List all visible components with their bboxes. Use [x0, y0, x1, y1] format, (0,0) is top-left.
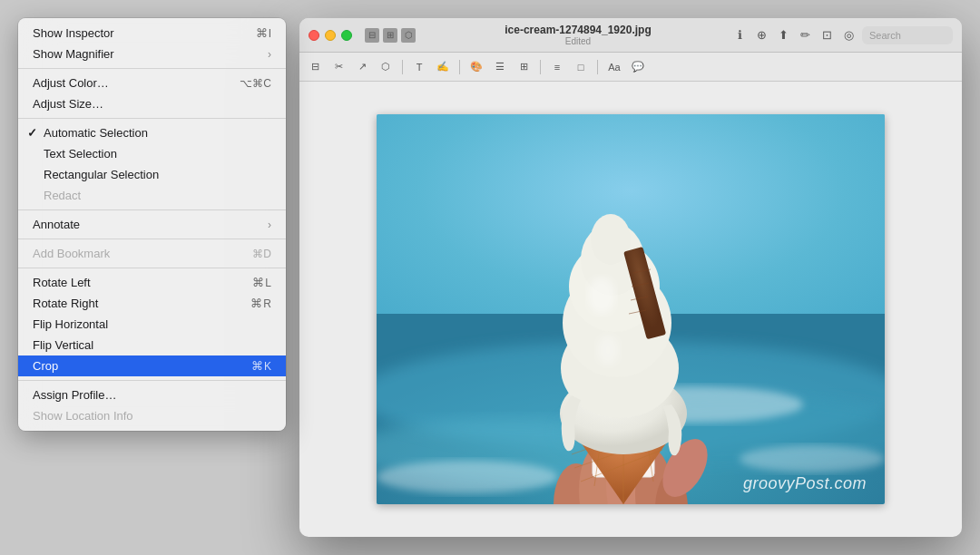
text-selection-label: Text Selection — [44, 147, 117, 161]
show-inspector-label: Show Inspector — [33, 26, 114, 40]
toolbar-border[interactable]: □ — [571, 57, 591, 77]
menu-item-flip-horizontal[interactable]: Flip Horizontal — [18, 314, 286, 335]
svg-point-7 — [377, 461, 558, 493]
menu-item-rotate-right[interactable]: Rotate Right ⌘R — [18, 293, 286, 314]
adjust-color-label: Adjust Color… — [33, 76, 109, 90]
toolbar-arrow[interactable]: ↗ — [352, 57, 372, 77]
show-magnifier-label: Show Magnifier — [33, 47, 114, 61]
toolbar-separator-4 — [597, 60, 598, 74]
menu-item-redact[interactable]: Redact — [18, 185, 286, 206]
flip-horizontal-label: Flip Horizontal — [33, 317, 108, 331]
menu-item-show-magnifier[interactable]: Show Magnifier › — [18, 44, 286, 64]
toolbar-separator-3 — [540, 60, 541, 74]
title-bar-actions: ℹ ⊕ ⬆ ✏ ⊡ ◎ Search — [731, 26, 953, 44]
info-icon[interactable]: ℹ — [731, 27, 748, 44]
search-bar[interactable]: Search — [862, 26, 953, 44]
toolbar-lasso[interactable]: ✂ — [328, 57, 348, 77]
crop-label: Crop — [33, 359, 58, 373]
svg-point-6 — [740, 445, 885, 472]
show-inspector-shortcut: ⌘I — [256, 26, 271, 40]
rotate-left-shortcut: ⌘L — [252, 276, 271, 289]
assign-profile-label: Assign Profile… — [33, 388, 116, 402]
menu-item-show-inspector[interactable]: Show Inspector ⌘I — [18, 23, 286, 44]
rotate-left-label: Rotate Left — [33, 276, 91, 289]
menu-separator-3 — [18, 209, 286, 210]
view-icon[interactable]: ⊞ — [383, 28, 397, 43]
resize-icon[interactable]: ⊡ — [818, 27, 835, 44]
edited-label: Edited — [565, 36, 591, 46]
close-button[interactable] — [309, 30, 319, 41]
show-location-info-label: Show Location Info — [33, 409, 133, 423]
dropdown-menu: Show Inspector ⌘I Show Magnifier › Adjus… — [18, 18, 286, 431]
flip-vertical-label: Flip Vertical — [33, 338, 93, 352]
toolbar: ⊟ ✂ ↗ ⬡ T ✍ 🎨 ☰ ⊞ ≡ □ Aa 💬 — [299, 53, 962, 82]
app-window: ⊟ ⊞ ⬡ ice-cream-1274894_1920.jpg Edited … — [299, 18, 962, 537]
title-info: ice-cream-1274894_1920.jpg Edited — [430, 24, 726, 46]
watermark: groovyPost.com — [743, 474, 867, 493]
image-container: groovyPost.com — [377, 114, 885, 504]
add-bookmark-label: Add Bookmark — [33, 247, 110, 260]
redact-label: Redact — [44, 189, 81, 202]
sidebar-toggle-icon[interactable]: ⊟ — [365, 28, 379, 43]
toolbar-color[interactable]: 🎨 — [466, 57, 486, 77]
toolbar-font[interactable]: Aa — [604, 57, 624, 77]
menu-item-crop[interactable]: Crop ⌘K — [18, 355, 286, 376]
automatic-selection-label: Automatic Selection — [44, 126, 148, 140]
toolbar-text[interactable]: T — [409, 57, 429, 77]
add-bookmark-shortcut: ⌘D — [252, 248, 271, 260]
title-bar: ⊟ ⊞ ⬡ ice-cream-1274894_1920.jpg Edited … — [299, 18, 962, 53]
title-bar-icons: ⊟ ⊞ ⬡ — [365, 28, 416, 43]
image-area: groovyPost.com — [299, 82, 962, 537]
search-placeholder: Search — [869, 30, 901, 41]
nav-icon[interactable]: ⬡ — [401, 28, 416, 43]
crop-shortcut: ⌘K — [251, 359, 271, 373]
toolbar-select[interactable]: ⊟ — [305, 57, 325, 77]
menu-separator-6 — [18, 380, 286, 381]
zoom-icon[interactable]: ⊕ — [753, 27, 769, 44]
maximize-button[interactable] — [341, 30, 352, 41]
toolbar-separator-2 — [459, 60, 460, 74]
annotate-label: Annotate — [33, 218, 80, 231]
adjust-color-shortcut: ⌥⌘C — [240, 77, 271, 90]
rotate-right-shortcut: ⌘R — [250, 297, 271, 310]
menu-item-flip-vertical[interactable]: Flip Vertical — [18, 335, 286, 355]
menu-separator-2 — [18, 118, 286, 119]
menu-separator-5 — [18, 268, 286, 268]
toolbar-align[interactable]: ≡ — [547, 57, 567, 77]
menu-item-add-bookmark[interactable]: Add Bookmark ⌘D — [18, 243, 286, 264]
minimize-button[interactable] — [325, 30, 336, 41]
svg-point-39 — [597, 336, 619, 365]
rectangular-selection-label: Rectangular Selection — [44, 168, 159, 181]
svg-point-32 — [591, 214, 631, 265]
menu-separator-1 — [18, 68, 286, 69]
share-icon[interactable]: ⬆ — [775, 27, 791, 44]
adjust-size-label: Adjust Size… — [33, 97, 103, 111]
show-magnifier-arrow: › — [268, 48, 271, 61]
toolbar-note[interactable]: 💬 — [628, 57, 648, 77]
edit-icon[interactable]: ✏ — [797, 27, 813, 44]
toolbar-sign[interactable]: ✍ — [433, 57, 453, 77]
menu-item-rectangular-selection[interactable]: Rectangular Selection — [18, 164, 286, 185]
toolbar-layout[interactable]: ☰ — [490, 57, 510, 77]
menu-separator-4 — [18, 239, 286, 239]
toolbar-shapes[interactable]: ⬡ — [376, 57, 396, 77]
svg-point-38 — [588, 278, 615, 314]
traffic-lights — [309, 30, 352, 41]
toolbar-separator-1 — [402, 60, 403, 74]
menu-item-adjust-size[interactable]: Adjust Size… — [18, 93, 286, 114]
menu-item-adjust-color[interactable]: Adjust Color… ⌥⌘C — [18, 73, 286, 93]
menu-item-assign-profile[interactable]: Assign Profile… — [18, 385, 286, 405]
ice-cream-image — [377, 114, 885, 504]
rotate-right-label: Rotate Right — [33, 297, 98, 310]
profile-icon[interactable]: ◎ — [840, 27, 857, 44]
menu-item-annotate[interactable]: Annotate › — [18, 214, 286, 235]
menu-item-automatic-selection[interactable]: Automatic Selection — [18, 122, 286, 143]
menu-item-show-location-info[interactable]: Show Location Info — [18, 405, 286, 426]
toolbar-grid[interactable]: ⊞ — [514, 57, 534, 77]
menu-item-rotate-left[interactable]: Rotate Left ⌘L — [18, 272, 286, 293]
filename: ice-cream-1274894_1920.jpg — [505, 24, 651, 36]
annotate-arrow: › — [268, 219, 271, 231]
menu-item-text-selection[interactable]: Text Selection — [18, 143, 286, 164]
